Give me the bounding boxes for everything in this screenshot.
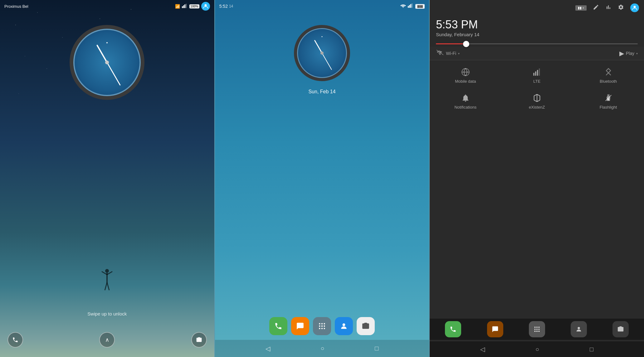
swipe-text: Swipe up to unlock — [87, 311, 127, 316]
mobile-data-toggle[interactable]: Mobile data — [430, 63, 501, 89]
bluetooth-label: Bluetooth — [600, 79, 617, 84]
home-clock-face — [294, 25, 350, 81]
svg-line-37 — [537, 100, 540, 102]
phone-button[interactable] — [7, 332, 23, 348]
svg-rect-1 — [183, 5, 184, 8]
notif-avatar[interactable] — [630, 3, 639, 12]
notif-top-bar: ▮▮ + — [430, 0, 644, 16]
lte-toggle[interactable]: LTE — [501, 63, 573, 89]
play-toggle[interactable]: ▶ Play ▾ — [619, 50, 638, 57]
homescreen-panel: 5:52 14 ▮▮▮ — [214, 0, 430, 357]
svg-point-19 — [319, 325, 320, 327]
edit-icon[interactable] — [593, 4, 599, 12]
camera-button[interactable] — [191, 332, 207, 348]
notif-app-grid[interactable] — [529, 321, 545, 337]
notif-home-button[interactable]: ○ — [535, 346, 539, 353]
svg-rect-32 — [539, 68, 540, 76]
svg-point-51 — [538, 331, 539, 332]
svg-point-47 — [536, 329, 538, 330]
swipe-up-button[interactable]: ∧ — [99, 332, 115, 348]
notif-time: 5:53 PM — [436, 18, 638, 31]
svg-rect-30 — [535, 71, 536, 76]
svg-point-44 — [536, 327, 538, 328]
clock-center-dot — [105, 61, 109, 64]
center-dot-home — [320, 51, 324, 55]
quick-grid: Mobile data LTE Bluetooth Notification — [430, 60, 644, 117]
existenz-label: eXistenZ — [529, 105, 545, 110]
svg-point-43 — [534, 327, 535, 328]
flashlight-icon — [604, 94, 613, 102]
home-time: 5:52 — [219, 4, 228, 9]
svg-point-46 — [534, 329, 535, 330]
notifications-toggle[interactable]: Notifications — [430, 89, 501, 115]
play-dropdown-arrow[interactable]: ▾ — [636, 52, 638, 55]
notif-date: Sunday, February 14 — [436, 32, 638, 37]
app-grid[interactable] — [313, 317, 331, 335]
time-display: 5:52 14 — [219, 4, 233, 9]
lte-icon — [533, 68, 541, 76]
svg-line-34 — [534, 94, 537, 96]
play-icon: ▶ — [619, 50, 624, 57]
svg-point-45 — [538, 327, 539, 328]
slider-track[interactable] — [436, 43, 638, 44]
slider-thumb[interactable] — [463, 41, 469, 47]
svg-point-5 — [105, 269, 109, 273]
signal-icon-home — [408, 3, 413, 9]
brightness-slider[interactable] — [430, 38, 644, 47]
notif-app-contacts[interactable] — [571, 321, 587, 337]
wifi-dropdown-arrow[interactable]: ▾ — [458, 52, 460, 55]
svg-line-36 — [534, 100, 537, 102]
notif-app-camera[interactable] — [612, 321, 629, 337]
flashlight-label: Flashlight — [600, 105, 617, 110]
silhouette-area — [0, 268, 214, 295]
svg-point-24 — [324, 328, 325, 329]
notif-app-phone[interactable] — [445, 321, 461, 337]
svg-point-20 — [321, 325, 323, 327]
app-chat[interactable] — [291, 317, 309, 335]
clock-face — [70, 25, 144, 100]
quick-toggle-row: Wi-Fi ▾ ▶ Play ▾ — [430, 47, 644, 60]
recents-button[interactable]: □ — [375, 345, 378, 352]
svg-rect-15 — [412, 3, 412, 8]
notif-nav-bar: ◁ ○ □ — [430, 341, 644, 357]
wifi-off-icon — [436, 49, 444, 57]
svg-rect-2 — [184, 4, 185, 8]
chart-icon[interactable] — [605, 4, 612, 12]
home-nav-bar: ◁ ○ □ — [215, 340, 429, 357]
svg-point-18 — [324, 323, 325, 324]
svg-line-9 — [105, 282, 107, 290]
app-phone[interactable] — [269, 317, 287, 335]
svg-point-11 — [403, 7, 404, 8]
avatar[interactable] — [201, 2, 210, 11]
slider-fill — [436, 43, 466, 44]
notifications-label: Notifications — [454, 105, 476, 110]
homescreen-status-bar: 5:52 14 ▮▮▮ — [215, 0, 429, 12]
bluetooth-icon — [604, 68, 613, 76]
svg-rect-13 — [409, 5, 410, 8]
app-contacts[interactable] — [335, 317, 353, 335]
notif-app-chat[interactable] — [487, 321, 503, 337]
svg-point-17 — [321, 323, 323, 324]
app-camera[interactable] — [357, 317, 375, 335]
mobile-data-icon — [461, 68, 470, 76]
battery-notif: ▮▮ + — [575, 5, 587, 11]
home-clock — [294, 25, 350, 81]
play-label: Play — [626, 51, 634, 56]
wifi-toggle[interactable]: Wi-Fi ▾ — [436, 49, 460, 57]
svg-point-22 — [319, 328, 320, 329]
svg-rect-14 — [410, 4, 411, 8]
home-button[interactable]: ○ — [320, 345, 324, 352]
svg-point-49 — [534, 331, 535, 332]
notif-back-button[interactable]: ◁ — [480, 345, 485, 353]
wifi-icon: 📶 — [175, 4, 180, 9]
back-button[interactable]: ◁ — [266, 345, 270, 352]
svg-point-23 — [321, 328, 323, 329]
svg-point-4 — [204, 4, 207, 7]
notif-recents-button[interactable]: □ — [590, 346, 593, 353]
flashlight-toggle[interactable]: Flashlight — [573, 89, 644, 115]
existenz-toggle[interactable]: eXistenZ — [501, 89, 573, 115]
lte-label: LTE — [533, 79, 540, 84]
home-time-suffix: 14 — [229, 4, 233, 8]
bluetooth-toggle[interactable]: Bluetooth — [573, 63, 644, 89]
settings-icon[interactable] — [618, 4, 624, 12]
